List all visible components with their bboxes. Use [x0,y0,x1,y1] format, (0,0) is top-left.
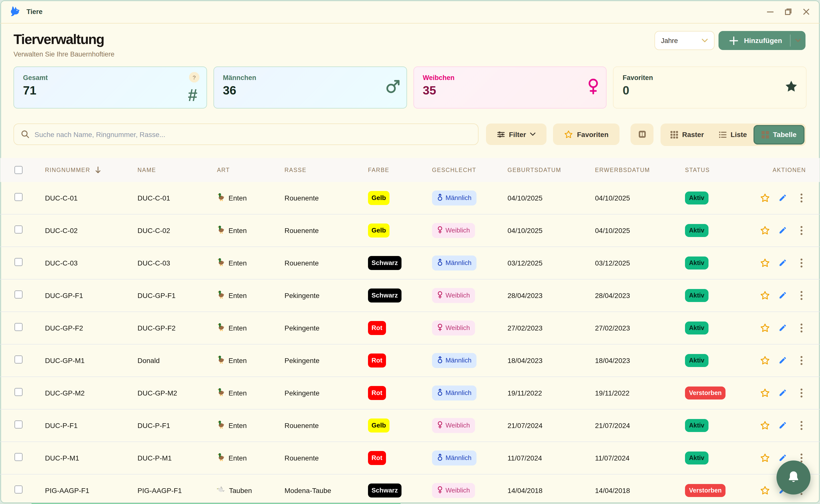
period-select[interactable]: Jahre [655,31,715,50]
row-checkbox[interactable] [15,225,23,233]
cell-art: Enten [217,225,285,235]
color-badge: Gelb [368,418,389,432]
favorite-star-button[interactable] [760,485,770,495]
table-row[interactable]: DUC-C-01DUC-C-01EntenRouenenteGelbMännli… [1,182,819,214]
row-checkbox[interactable] [15,291,23,299]
cell-rasse: Pekingente [285,324,368,332]
col-geschlecht[interactable]: Geschlecht [432,167,507,173]
cell-erwerbsdatum: 03/12/2025 [595,259,685,267]
cell-status: Aktiv [685,354,758,367]
row-checkbox[interactable] [15,323,23,331]
col-art[interactable]: Art [217,167,285,173]
star-outline-icon [564,130,573,139]
col-geburtsdatum[interactable]: Geburtsdatum [507,167,595,173]
more-actions-button[interactable] [801,323,803,332]
edit-button[interactable] [779,226,787,235]
table-row[interactable]: DUC-C-02DUC-C-02EntenRouenenteGelbWeibli… [1,214,819,247]
row-checkbox[interactable] [15,388,23,396]
male-icon [437,258,443,267]
filter-button[interactable]: Filter [486,123,547,145]
favorites-button[interactable]: Favoriten [553,123,619,145]
row-checkbox[interactable] [15,421,23,429]
edit-button[interactable] [779,323,787,332]
col-erwerbsdatum[interactable]: Erwerbsdatum [595,167,685,173]
more-actions-button[interactable] [801,258,803,267]
cell-art: Enten [217,453,285,463]
view-tabelle[interactable]: Tabelle [753,125,805,144]
minimize-button[interactable] [767,9,773,15]
view-raster[interactable]: Raster [662,125,713,144]
duck-icon [217,323,225,333]
favorite-star-button[interactable] [760,258,770,268]
notifications-fab[interactable] [777,461,811,495]
table-row[interactable]: DUC-P-M1DUC-P-M1EntenRouenenteRotMännlic… [1,442,819,474]
stat-label: Weibchen [423,74,597,81]
view-liste[interactable]: Liste [713,125,753,144]
table-row[interactable]: DUC-P-F1DUC-P-F1EntenRouenenteGelbWeibli… [1,409,819,442]
table-row[interactable]: DUC-GP-F1DUC-GP-F1EntenPekingenteSchwarz… [1,279,819,312]
select-all-checkbox[interactable] [15,166,23,174]
table-row[interactable]: DUC-GP-M2DUC-GP-M2EntenPekingenteRotMänn… [1,377,819,409]
edit-button[interactable] [779,193,787,202]
columns-button[interactable] [631,123,653,145]
search-input[interactable] [35,130,435,138]
col-ringnummer[interactable]: Ringnummer [45,167,137,173]
favorite-star-button[interactable] [760,355,770,365]
more-actions-button[interactable] [801,291,803,300]
row-checkbox[interactable] [15,453,23,461]
add-dropdown-caret[interactable] [791,39,805,43]
more-actions-button[interactable] [801,453,803,462]
row-checkbox[interactable] [15,258,23,266]
table-row[interactable]: DUC-GP-F2DUC-GP-F2EntenPekingenteRotWeib… [1,312,819,344]
table-row[interactable]: PIG-AAGP-F1PIG-AAGP-F1TaubenModena-Taube… [1,474,819,503]
status-badge: Aktiv [685,321,708,334]
help-badge[interactable]: ? [189,72,199,83]
row-checkbox[interactable] [15,355,23,363]
cell-rasse: Pekingente [285,291,368,299]
favorite-star-button[interactable] [760,225,770,235]
duck-icon [217,290,225,301]
row-checkbox[interactable] [15,485,23,493]
edit-button[interactable] [779,421,787,429]
edit-button[interactable] [779,389,787,397]
search-icon [21,130,29,139]
table-row[interactable]: DUC-GP-M1DonaldEntenPekingenteRotMännlic… [1,344,819,377]
edit-button[interactable] [779,453,787,462]
col-farbe[interactable]: Farbe [368,167,432,173]
more-actions-button[interactable] [801,193,803,202]
favorite-star-button[interactable] [760,453,770,463]
favorite-star-button[interactable] [760,388,770,398]
more-actions-button[interactable] [801,356,803,365]
add-button[interactable]: Hinzufügen [719,31,805,50]
favorite-star-button[interactable] [760,193,770,203]
col-rasse[interactable]: Rasse [285,167,368,173]
more-actions-button[interactable] [801,226,803,235]
gender-badge: Männlich [432,450,477,465]
filter-label: Filter [509,130,526,138]
table-row[interactable]: DUC-C-03DUC-C-03EntenRouenenteSchwarzMän… [1,247,819,279]
col-name[interactable]: Name [137,167,217,173]
male-icon [437,453,443,462]
favorite-star-button[interactable] [760,420,770,430]
edit-button[interactable] [779,259,787,267]
cell-ringnummer: DUC-GP-F1 [45,291,137,299]
more-actions-button[interactable] [801,388,803,397]
col-status[interactable]: Status [685,167,758,173]
cell-erwerbsdatum: 19/11/2022 [595,389,685,397]
gender-badge: Weiblich [432,223,475,238]
cell-geburtsdatum: 27/02/2023 [507,324,595,332]
edit-button[interactable] [779,356,787,365]
edit-button[interactable] [779,291,787,299]
columns-icon [638,131,646,138]
cell-aktionen [758,258,806,268]
favorite-star-button[interactable] [760,290,770,300]
cell-ringnummer: DUC-C-01 [45,194,137,202]
cell-status: Aktiv [685,224,758,237]
cell-ringnummer: PIG-AAGP-F1 [45,486,137,494]
favorite-star-button[interactable] [760,323,770,333]
more-actions-button[interactable] [801,421,803,430]
maximize-button[interactable] [785,9,791,15]
close-button[interactable] [803,9,809,15]
row-checkbox[interactable] [15,193,23,201]
stat-value: 35 [423,83,597,97]
